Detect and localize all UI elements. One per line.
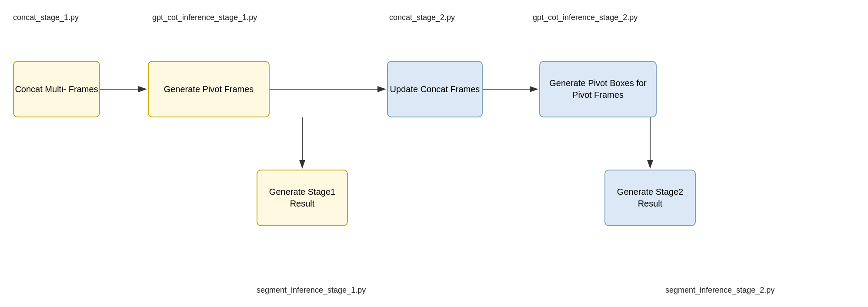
file-label-concat1: concat_stage_1.py (13, 13, 79, 22)
file-label-concat2: concat_stage_2.py (389, 13, 455, 22)
file-label-segment1: segment_inference_stage_1.py (257, 286, 366, 295)
node-stage2-result: Generate Stage2 Result (604, 170, 696, 226)
file-label-gpt2: gpt_cot_inference_stage_2.py (533, 13, 638, 22)
file-label-segment2: segment_inference_stage_2.py (665, 286, 775, 295)
node-generate-pivot-frames: Generate Pivot Frames (148, 61, 270, 117)
file-label-gpt1: gpt_cot_inference_stage_1.py (152, 13, 257, 22)
node-stage1-result: Generate Stage1 Result (257, 170, 348, 226)
diagram-container: concat_stage_1.py gpt_cot_inference_stag… (0, 0, 868, 307)
node-concat-multiframes: Concat Multi- Frames (13, 61, 100, 117)
node-update-concat-frames: Update Concat Frames (387, 61, 483, 117)
arrows-svg (0, 0, 868, 307)
node-generate-pivot-boxes: Generate Pivot Boxes for Pivot Frames (539, 61, 657, 117)
